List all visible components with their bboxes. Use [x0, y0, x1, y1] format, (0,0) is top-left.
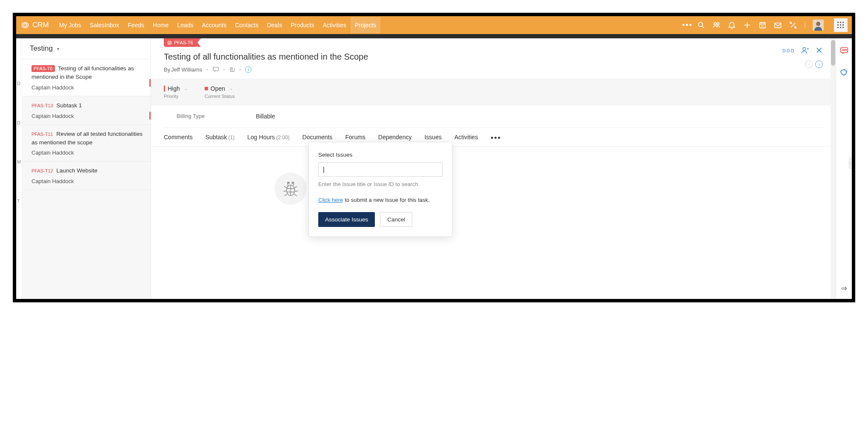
tools-icon[interactable]	[789, 21, 797, 29]
app-frame: CRM My JobsSalesInboxFeedsHomeLeadsAccou…	[13, 13, 855, 302]
task-item[interactable]: PFAS-T12 Launch WebsiteCaptain Haddock	[22, 161, 151, 190]
bug-empty-icon	[274, 172, 307, 205]
apps-grid-icon[interactable]	[834, 18, 848, 32]
new-issue-text: to submit a new Issue for this task.	[345, 197, 429, 203]
task-id-badge: PFAS-T6	[164, 38, 197, 47]
plus-icon[interactable]	[743, 21, 751, 29]
next-arrow-icon[interactable]: ›	[815, 60, 823, 68]
tab-subtask[interactable]: Subtask (1)	[206, 134, 235, 146]
close-icon[interactable]	[815, 46, 823, 54]
tab-more-icon[interactable]: •••	[491, 134, 501, 146]
tab-content: Select Issues Enter the Issue title or I…	[151, 147, 836, 266]
contacts-icon[interactable]	[712, 21, 721, 29]
separator: |	[804, 21, 806, 29]
priority-value: High	[168, 85, 180, 92]
svg-rect-15	[842, 24, 844, 26]
priority-field[interactable]: High⌄ Priority	[164, 85, 188, 99]
scrollbar-thumb[interactable]	[831, 40, 835, 66]
new-issue-link[interactable]: Click here	[318, 197, 343, 203]
detail-tabs: CommentsSubtask (1)Log Hours (2:00)Docum…	[151, 128, 836, 147]
svg-point-1	[714, 23, 716, 25]
drag-handle-icon[interactable]: ⋮⋮	[849, 158, 855, 169]
detail-actions: ooo	[782, 46, 823, 55]
user-add-icon[interactable]	[801, 46, 809, 55]
task-item-id: PFAS-T13	[31, 103, 53, 108]
task-item[interactable]: PFAS-T13 Subtask 1Captain Haddock	[22, 96, 151, 125]
nav-accounts[interactable]: Accounts	[198, 17, 231, 33]
tab-log-hours[interactable]: Log Hours (2:00)	[247, 134, 289, 146]
svg-rect-14	[840, 24, 841, 26]
nav-home[interactable]: Home	[148, 17, 173, 33]
issues-popover: Select Issues Enter the Issue title or I…	[308, 142, 452, 237]
associate-button[interactable]: Associate Issues	[318, 212, 375, 227]
task-item[interactable]: PFAS-T6 Testing of all functionalities a…	[22, 59, 151, 96]
svg-point-2	[717, 23, 719, 25]
info-icon[interactable]: i	[245, 66, 251, 73]
task-item[interactable]: PFAS-T11 Review of all tested functional…	[22, 125, 151, 162]
nav-more-icon[interactable]: •••	[678, 21, 697, 30]
status-indicator	[205, 87, 208, 90]
scrollbar-vertical[interactable]	[831, 38, 836, 299]
svg-text:31: 31	[761, 25, 764, 27]
svg-rect-16	[837, 27, 839, 28]
nav-projects[interactable]: Projects	[351, 17, 381, 33]
tab-activities[interactable]: Activities	[454, 134, 478, 146]
status-value: Open	[211, 85, 225, 92]
more-horiz-icon[interactable]: ooo	[782, 47, 795, 54]
dark-strip	[16, 34, 852, 38]
zoho-logo-icon	[20, 20, 30, 30]
caret-down-icon: ⌄	[229, 86, 233, 91]
svg-rect-10	[837, 22, 839, 23]
task-item-owner: Captain Haddock	[31, 149, 143, 156]
nav-my-jobs[interactable]: My Jobs	[55, 17, 86, 33]
user-avatar[interactable]	[813, 20, 824, 31]
topbar-actions: 31 |	[697, 18, 848, 32]
extensions-icon[interactable]	[839, 68, 849, 78]
nav-leads[interactable]: Leads	[173, 17, 197, 33]
right-rail: ⇒	[836, 38, 852, 299]
nav-contacts[interactable]: Contacts	[231, 17, 263, 33]
caret-down-icon: ▾	[57, 46, 59, 51]
priority-indicator	[164, 86, 165, 92]
svg-point-6	[790, 22, 791, 23]
task-item-title: Subtask 1	[55, 102, 82, 109]
svg-rect-20	[213, 67, 218, 71]
issue-search-input[interactable]	[318, 162, 443, 177]
prev-arrow-icon[interactable]: ‹	[805, 60, 813, 68]
sidebar-header[interactable]: Testing ▾	[22, 38, 151, 59]
svg-rect-11	[840, 22, 841, 23]
collapse-arrow-icon[interactable]: ⇒	[841, 284, 847, 293]
mail-icon[interactable]	[774, 21, 782, 29]
nav-feeds[interactable]: Feeds	[123, 17, 148, 33]
task-id-text: PFAS-T6	[174, 40, 193, 45]
status-bar: High⌄ Priority Open⌄ Current Status	[151, 79, 836, 105]
nav-salesinbox[interactable]: SalesInbox	[86, 17, 123, 33]
nav-products[interactable]: Products	[286, 17, 318, 33]
status-field[interactable]: Open⌄ Current Status	[205, 85, 235, 99]
popover-hint: Enter the Issue title or Issue ID to sea…	[318, 181, 443, 187]
task-item-id: PFAS-T12	[31, 168, 53, 173]
gutter-label: D	[16, 64, 22, 103]
tab-comments[interactable]: Comments	[164, 134, 193, 146]
popover-actions: Associate Issues Cancel	[318, 212, 443, 227]
brand-logo[interactable]: CRM	[20, 20, 49, 30]
nav-activities[interactable]: Activities	[318, 17, 350, 33]
topbar: CRM My JobsSalesInboxFeedsHomeLeadsAccou…	[16, 16, 852, 34]
cancel-button[interactable]: Cancel	[380, 212, 412, 227]
bell-icon[interactable]	[728, 21, 736, 29]
svg-point-21	[803, 47, 806, 50]
popover-label: Select Issues	[318, 152, 443, 158]
search-icon[interactable]	[697, 21, 705, 29]
gutter-label: T	[16, 181, 22, 221]
svg-point-27	[844, 49, 845, 50]
attachment-icon[interactable]	[229, 66, 235, 72]
svg-point-26	[842, 49, 843, 50]
author-name: Jeff Williams	[171, 66, 202, 73]
comment-icon[interactable]	[212, 66, 219, 73]
chat-icon[interactable]	[839, 46, 849, 55]
detail-title: Testing of all functionalities as mentio…	[164, 52, 823, 62]
nav-deals[interactable]: Deals	[263, 17, 286, 33]
left-gutter: DDMT	[16, 38, 22, 299]
calendar-icon[interactable]: 31	[758, 21, 767, 29]
svg-rect-18	[842, 27, 844, 28]
